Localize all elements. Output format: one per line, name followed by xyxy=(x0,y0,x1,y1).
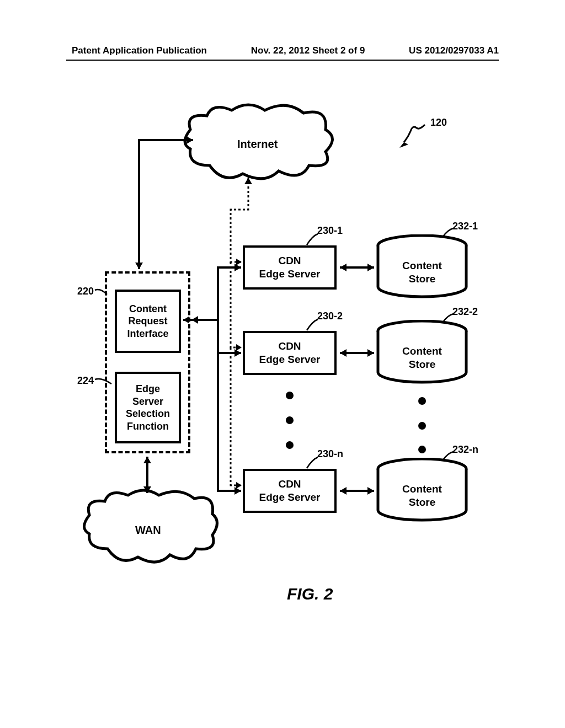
svg-marker-16 xyxy=(236,344,242,351)
svg-marker-4 xyxy=(186,136,193,144)
ellipsis-dot xyxy=(286,392,294,399)
arrow-es2-cs2 xyxy=(337,346,378,360)
svg-marker-17 xyxy=(236,482,242,489)
header-rule xyxy=(66,60,499,61)
arrows-dotted-internet-to-edges xyxy=(226,176,259,502)
ref-232-1-leader xyxy=(439,226,456,238)
svg-marker-14 xyxy=(244,178,252,184)
internet-cloud-label: Internet xyxy=(237,138,278,151)
svg-marker-19 xyxy=(340,264,347,271)
arrow-es1-cs1 xyxy=(337,261,378,274)
svg-marker-29 xyxy=(143,486,151,493)
content-request-interface: Content Request Interface xyxy=(115,290,181,353)
ref-232-n-leader xyxy=(439,449,456,462)
page-header: Patent Application Publication Nov. 22, … xyxy=(0,45,565,56)
ref-120-arrow xyxy=(397,120,430,153)
content-store-2-label: Content Store xyxy=(397,345,447,371)
edge-server-selection-function: Edge Server Selection Function xyxy=(115,372,181,443)
arrow-group-to-wan xyxy=(141,453,154,497)
svg-marker-23 xyxy=(367,349,374,357)
svg-marker-15 xyxy=(236,259,242,265)
ref-230-2: 230-2 xyxy=(317,311,343,322)
ref-232-2-leader xyxy=(439,312,456,324)
content-store-1-label: Content Store xyxy=(397,259,447,286)
ref-230-n-leader xyxy=(303,455,320,469)
ref-232-2: 232-2 xyxy=(452,306,478,318)
ref-224-leader xyxy=(94,376,114,387)
content-store-n-label: Content Store xyxy=(397,483,447,509)
svg-marker-0 xyxy=(399,142,408,148)
header-left: Patent Application Publication xyxy=(72,45,207,56)
svg-marker-25 xyxy=(340,487,347,495)
ref-120: 120 xyxy=(430,117,447,129)
svg-marker-22 xyxy=(340,349,347,357)
ellipsis-dot xyxy=(418,422,426,430)
ellipsis-dot xyxy=(286,441,294,449)
ref-220-leader xyxy=(94,287,110,298)
arrow-cri-bidir xyxy=(181,313,198,326)
ellipsis-dot xyxy=(286,416,294,424)
ref-224: 224 xyxy=(77,375,94,387)
ref-232-n: 232-n xyxy=(452,444,478,456)
ref-220: 220 xyxy=(77,286,94,297)
svg-marker-5 xyxy=(135,263,143,269)
ref-230-2-leader xyxy=(303,317,320,331)
svg-marker-26 xyxy=(367,487,374,495)
wan-cloud-label: WAN xyxy=(135,524,161,537)
arrow-esn-csn xyxy=(337,484,378,497)
diagram-canvas: 120 Internet Content Request Interface E… xyxy=(66,99,502,640)
svg-marker-12 xyxy=(183,317,189,323)
ref-230-1: 230-1 xyxy=(317,225,343,237)
ref-230-1-leader xyxy=(303,232,320,246)
header-right: US 2012/0297033 A1 xyxy=(409,45,499,56)
ref-230-n: 230-n xyxy=(317,448,343,460)
svg-marker-20 xyxy=(367,264,374,271)
ref-232-1: 232-1 xyxy=(452,221,478,232)
ellipsis-dot xyxy=(418,446,426,453)
figure-caption: FIG. 2 xyxy=(287,585,333,603)
ellipsis-dot xyxy=(418,397,426,405)
svg-marker-28 xyxy=(143,457,151,463)
header-center: Nov. 22, 2012 Sheet 2 of 9 xyxy=(251,45,365,56)
